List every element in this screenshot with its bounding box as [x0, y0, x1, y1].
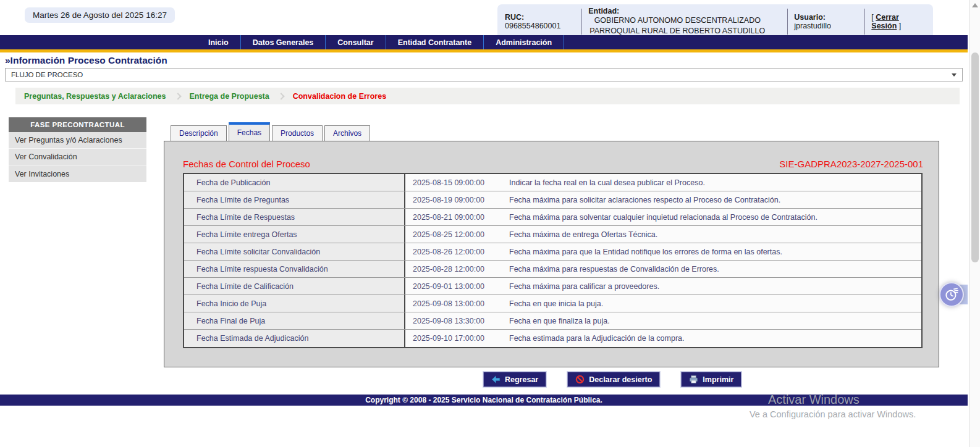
- logout-group: [ Cerrar Sesión ]: [871, 13, 926, 30]
- activate-windows-hint: Ve a Configuración para activar Windows.: [750, 409, 916, 419]
- row-datetime: 2025-08-19 09:00:00: [405, 191, 508, 208]
- row-description: Fecha máxima para que la Entidad notifiq…: [508, 243, 921, 260]
- row-description: Fecha máxima para respuestas de Convalid…: [508, 261, 921, 277]
- page-title: »Información Proceso Contratación: [5, 55, 167, 66]
- ruc-info: RUC: 0968554860001: [505, 13, 575, 30]
- declarar-desierto-label: Declarar desierto: [589, 375, 652, 384]
- row-datetime: 2025-08-21 09:00:00: [405, 209, 508, 225]
- sidebar-item-ver-preguntas[interactable]: Ver Preguntas y/ó Aclaraciones: [9, 132, 146, 149]
- row-datetime: 2025-09-08 13:30:00: [405, 312, 508, 329]
- ruc-label: RUC:: [505, 13, 524, 22]
- user-label: Usuario:: [794, 13, 826, 22]
- tab-descripcion[interactable]: Descripción: [171, 125, 227, 141]
- copyright-text: Copyright © 2008 - 2025 Servicio Naciona…: [365, 396, 602, 404]
- nav-spacer: [0, 35, 196, 49]
- nav-item-administracion[interactable]: Administración: [483, 35, 564, 49]
- sidebar: FASE PRECONTRACTUAL Ver Preguntas y/ó Ac…: [9, 117, 146, 182]
- clock-extension-button[interactable]: [939, 282, 964, 307]
- vertical-scrollbar[interactable]: [969, 0, 980, 447]
- table-row: Fecha Inicio de Puja 2025-09-08 13:00:00…: [184, 295, 921, 312]
- process-steps-breadcrumb: Preguntas, Respuestas y Aclaraciones Ent…: [15, 88, 960, 104]
- logout-bracket-open: [: [871, 13, 873, 22]
- row-description: Fecha máxima de entrega Ofertas Técnica.: [508, 226, 921, 243]
- row-description: Fecha estimada para la Adjudicación de l…: [508, 330, 921, 347]
- row-description: Fecha máxima para solventar cualquier in…: [508, 209, 921, 225]
- table-row: Fecha Límite de Preguntas 2025-08-19 09:…: [184, 191, 921, 209]
- table-row: Fecha Estimada de Adjudicación 2025-09-1…: [184, 330, 921, 347]
- row-datetime: 2025-08-26 12:00:00: [405, 243, 508, 260]
- sidebar-item-ver-invitaciones[interactable]: Ver Invitaciones: [9, 165, 146, 182]
- tab-productos[interactable]: Productos: [272, 125, 323, 141]
- user-value: jprastudillo: [794, 22, 831, 30]
- imprimir-button[interactable]: Imprimir: [681, 372, 741, 387]
- fechas-table: Fecha de Publicación 2025-08-15 09:00:00…: [183, 173, 923, 348]
- regresar-button[interactable]: Regresar: [483, 372, 546, 387]
- logout-bracket-close: ]: [899, 22, 901, 30]
- row-description: Fecha máxima para solicitar aclaraciones…: [508, 191, 921, 208]
- row-description: Indicar la fecha real en la cual desea p…: [508, 174, 921, 191]
- nav-item-consultar[interactable]: Consultar: [325, 35, 385, 49]
- datetime-chip: Martes 26 de Agosto del 2025 16:27: [25, 7, 175, 23]
- sidebar-item-ver-convalidacion[interactable]: Ver Convalidación: [9, 149, 146, 165]
- row-description: Fecha en que inicia la puja.: [508, 295, 921, 312]
- step-preguntas-respuestas[interactable]: Preguntas, Respuestas y Aclaraciones: [24, 92, 166, 101]
- nav-item-inicio[interactable]: Inicio: [196, 35, 240, 49]
- row-datetime: 2025-08-28 12:00:00: [405, 261, 508, 277]
- regresar-label: Regresar: [505, 375, 538, 384]
- table-row: Fecha Límite respuesta Convalidación 202…: [184, 261, 921, 278]
- row-label: Fecha Límite solicitar Convalidación: [184, 243, 405, 260]
- nav-item-entidad-contratante[interactable]: Entidad Contratante: [386, 35, 483, 49]
- fechas-panel: Fechas de Control del Proceso SIE-GADPRA…: [164, 141, 939, 367]
- row-label: Fecha Final de Puja: [184, 312, 405, 329]
- table-row: Fecha Límite solicitar Convalidación 202…: [184, 243, 921, 261]
- clock-icon: [944, 286, 960, 303]
- divider: [864, 9, 865, 35]
- entity-info: Entidad: GOBIERNO AUTONOMO DESCENTRALIZA…: [588, 7, 781, 36]
- action-bar: Regresar Declarar desierto Imprimir: [483, 372, 741, 387]
- row-datetime: 2025-08-15 09:00:00: [405, 174, 508, 191]
- step-convalidacion-errores: Convalidacion de Errores: [293, 92, 386, 101]
- row-datetime: 2025-09-08 13:00:00: [405, 295, 508, 312]
- activate-windows-watermark: Activar Windows: [768, 393, 860, 407]
- back-arrow-icon: [491, 375, 501, 384]
- row-label: Fecha Límite respuesta Convalidación: [184, 261, 405, 277]
- flujo-de-proceso-select[interactable]: FLUJO DE PROCESO: [5, 68, 963, 81]
- scrollbar-thumb[interactable]: [971, 52, 979, 262]
- tab-archivos[interactable]: Archivos: [324, 125, 370, 141]
- row-label: Fecha Estimada de Adjudicación: [184, 330, 405, 347]
- row-label: Fecha Límite de Calificación: [184, 278, 405, 295]
- printer-icon: [689, 375, 698, 384]
- step-entrega-propuesta[interactable]: Entrega de Propuesta: [190, 92, 269, 101]
- main-nav: Inicio Datos Generales Consultar Entidad…: [0, 35, 968, 49]
- table-row: Fecha Límite de Calificación 2025-09-01 …: [184, 278, 921, 295]
- row-description: Fecha en que finaliza la puja.: [508, 312, 921, 329]
- row-label: Fecha Límite entrega Ofertas: [184, 226, 405, 243]
- panel-heading-row: Fechas de Control del Proceso SIE-GADPRA…: [183, 159, 923, 169]
- row-label: Fecha Inicio de Puja: [184, 295, 405, 312]
- declarar-desierto-button[interactable]: Declarar desierto: [567, 372, 660, 387]
- row-label: Fecha de Publicación: [184, 174, 405, 191]
- table-row: Fecha Límite de Respuestas 2025-08-21 09…: [184, 209, 921, 226]
- tab-fechas[interactable]: Fechas: [229, 122, 270, 141]
- flujo-de-proceso-value: FLUJO DE PROCESO: [11, 71, 83, 78]
- session-info-bar: RUC: 0968554860001 Entidad: GOBIERNO AUT…: [497, 4, 933, 39]
- user-info: Usuario: jprastudillo: [794, 13, 858, 30]
- nav-accent-stripe: [0, 49, 968, 52]
- row-description: Fecha máxima para calificar a proveedore…: [508, 278, 921, 295]
- chevron-down-icon: [952, 73, 957, 77]
- nav-item-datos-generales[interactable]: Datos Generales: [240, 35, 326, 49]
- chevron-right-icon: [277, 93, 284, 99]
- row-datetime: 2025-09-10 17:00:00: [405, 330, 508, 347]
- logout-link[interactable]: Cerrar Sesión: [871, 13, 899, 30]
- table-row: Fecha Final de Puja 2025-09-08 13:30:00 …: [184, 312, 921, 330]
- fechas-heading: Fechas de Control del Proceso: [183, 159, 310, 169]
- tab-strip: Descripción Fechas Productos Archivos: [171, 122, 372, 141]
- entity-value: GOBIERNO AUTONOMO DESCENTRALIZADO PARROQ…: [588, 15, 766, 36]
- entity-label: Entidad:: [588, 7, 619, 15]
- no-entry-icon: [575, 375, 585, 384]
- table-row: Fecha de Publicación 2025-08-15 09:00:00…: [184, 174, 921, 191]
- row-datetime: 2025-08-25 12:00:00: [405, 226, 508, 243]
- chevron-right-icon: [174, 93, 181, 99]
- scroll-up-arrow-icon[interactable]: [972, 3, 978, 7]
- ruc-value: 0968554860001: [505, 22, 560, 30]
